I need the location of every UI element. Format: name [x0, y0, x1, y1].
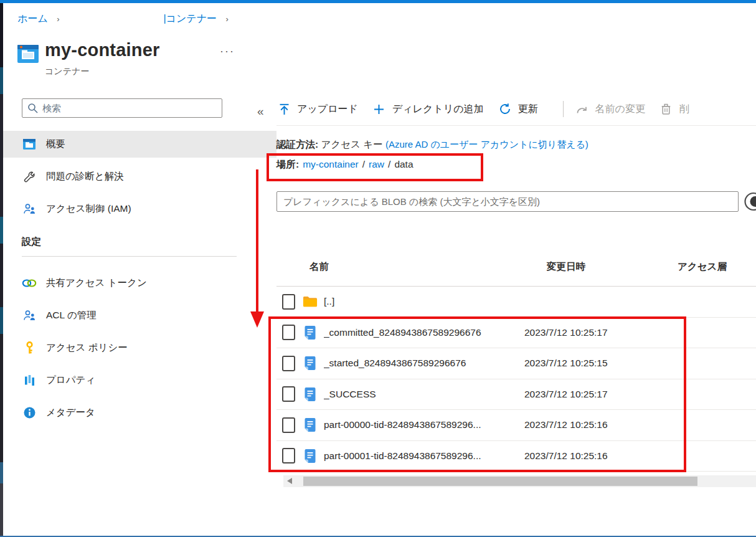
row-checkbox[interactable] [282, 356, 295, 371]
column-header-access-tier[interactable]: アクセス層 [678, 260, 752, 273]
diagnose-wrench-icon [22, 171, 37, 183]
row-checkbox[interactable] [282, 417, 295, 433]
sidebar-item[interactable]: アクセス制御 (IAM) [3, 196, 276, 222]
switch-to-azure-ad-link[interactable]: (Azure AD のユーザー アカウントに切り替える) [385, 139, 588, 150]
blob-name[interactable]: _started_8248943867589296676 [324, 358, 524, 369]
sidebar-search-input[interactable] [22, 98, 222, 118]
toolbar-button-label: 更新 [518, 103, 538, 116]
sidebar-settings-items: 共有アクセス トークンACL の管理アクセス ポリシープロパティメタデータ [3, 270, 276, 426]
sidebar-item[interactable]: プロパティ [3, 367, 276, 394]
toolbar-button-plus[interactable]: ディレクトリの追加 [372, 103, 484, 116]
sidebar-item[interactable]: 問題の診断と解決 [3, 163, 276, 190]
sidebar-item[interactable]: 概要 [3, 131, 276, 158]
sidebar-item-label: ACL の管理 [46, 309, 97, 322]
blob-name[interactable]: [..] [324, 296, 524, 307]
sidebar-main-items: 概要問題の診断と解決アクセス制御 (IAM) [3, 131, 276, 222]
blob-name[interactable]: _committed_8248943867589296676 [324, 327, 524, 338]
page-subtitle: コンテナー [45, 66, 89, 77]
blob-file-icon [303, 356, 318, 371]
horizontal-scrollbar[interactable] [283, 475, 756, 487]
row-checkbox[interactable] [282, 294, 295, 310]
toolbar-button-label: アップロード [297, 103, 358, 116]
top-accent-bar [0, 0, 756, 3]
blob-modified-date: 2023/7/12 10:25:17 [524, 327, 661, 338]
blob-table-header: 名前 変更日時 アクセス層 [276, 260, 756, 273]
overview-icon [22, 139, 37, 150]
sidebar-item-label: プロパティ [46, 374, 95, 387]
row-checkbox[interactable] [282, 448, 295, 463]
toolbar-button-upload[interactable]: アップロード [276, 103, 358, 116]
toolbar-button-refresh[interactable]: 更新 [498, 103, 538, 116]
acl-people-icon [22, 310, 37, 321]
blob-table-row[interactable]: _started_82489438675892966762023/7/12 10… [276, 348, 756, 379]
blob-name[interactable]: part-00001-tid-8248943867589296... [324, 450, 524, 462]
sidebar-item[interactable]: メタデータ [3, 399, 276, 426]
row-checkbox[interactable] [282, 386, 295, 402]
location-path-link[interactable]: my-container [303, 159, 359, 169]
blob-table-row[interactable]: part-00000-tid-8248943867589296...2023/7… [276, 410, 756, 441]
show-deleted-toggle-icon[interactable] [744, 191, 756, 212]
toolbar-button-rename[interactable]: 名前の変更 [575, 103, 645, 116]
breadcrumb-separator: › [226, 14, 229, 24]
toolbar-divider [563, 101, 564, 117]
blob-modified-date: 2023/7/12 10:25:16 [524, 419, 661, 430]
blob-modified-date: 2023/7/12 10:25:15 [524, 358, 661, 369]
access-policy-key-icon [22, 341, 37, 354]
shared-access-token-link-icon [22, 278, 37, 288]
blob-name[interactable]: part-00000-tid-8248943867589296... [324, 419, 524, 430]
sidebar-item-label: アクセス ポリシー [46, 341, 128, 354]
blob-prefix-search-input[interactable] [276, 191, 739, 212]
plus-icon [372, 104, 387, 115]
location-path-text: / [362, 159, 365, 169]
blob-table-row[interactable]: [..] [276, 287, 756, 318]
sidebar-item[interactable]: 共有アクセス トークン [3, 270, 276, 297]
row-checkbox[interactable] [282, 325, 295, 340]
blob-table-row[interactable]: _SUCCESS2023/7/12 10:25:17 [276, 379, 756, 411]
blob-toolbar: アップロードディレクトリの追加更新名前の変更削 [276, 98, 756, 120]
metadata-info-icon [22, 407, 37, 419]
sidebar-item-label: 問題の診断と解決 [46, 170, 124, 183]
blob-table-rows: [..]_committed_82489438675892966762023/7… [276, 287, 756, 472]
column-header-name[interactable]: 名前 [276, 260, 547, 273]
upload-icon [276, 103, 291, 115]
blob-table-row[interactable]: part-00001-tid-8248943867589296...2023/7… [276, 441, 756, 472]
blob-table-row[interactable]: _committed_82489438675892966762023/7/12 … [276, 318, 756, 349]
toolbar-underline [276, 125, 756, 126]
blob-file-icon [303, 325, 318, 340]
auth-method-line: 認証方法: アクセス キー (Azure AD のユーザー アカウントに切り替え… [276, 138, 588, 151]
breadcrumb-container-link[interactable]: |コンテナー [163, 13, 217, 24]
scrollbar-left-arrow-icon[interactable] [287, 478, 292, 484]
toolbar-button-delete-trash[interactable]: 削 [659, 103, 689, 116]
toolbar-button-label: 削 [679, 103, 689, 116]
blob-file-icon [303, 417, 318, 432]
column-header-modified[interactable]: 変更日時 [547, 260, 678, 273]
toolbar-button-label: 名前の変更 [595, 103, 645, 116]
collapse-sidebar-icon[interactable]: « [257, 105, 264, 118]
blob-modified-date: 2023/7/12 10:25:17 [524, 389, 661, 400]
scrollbar-thumb[interactable] [303, 477, 697, 486]
auth-method-value: アクセス キー [321, 139, 382, 150]
blob-name[interactable]: _SUCCESS [324, 389, 524, 400]
sidebar-section-settings: 設定 [22, 235, 276, 249]
access-control-people-icon [22, 203, 37, 215]
location-path-text: data [394, 159, 413, 169]
blob-file-icon [303, 449, 318, 463]
toolbar-button-label: ディレクトリの追加 [392, 103, 484, 116]
breadcrumb-separator: › [57, 14, 59, 24]
sidebar-item-label: 概要 [46, 138, 65, 151]
properties-icon [22, 374, 37, 386]
azure-portal-container-page: ホーム › |コンテナー › my-container ··· コンテナー « … [0, 0, 756, 537]
sidebar-item[interactable]: ACL の管理 [3, 302, 276, 329]
blob-modified-date: 2023/7/12 10:25:16 [524, 450, 661, 462]
sidebar-item-label: 共有アクセス トークン [46, 277, 147, 290]
location-path-link[interactable]: raw [369, 159, 384, 169]
sidebar: « 概要問題の診断と解決アクセス制御 (IAM) 設定 共有アクセス トークンA… [3, 93, 276, 432]
container-icon [17, 45, 39, 65]
auth-method-label: 認証方法: [276, 139, 318, 150]
refresh-icon [498, 103, 513, 115]
more-menu-button[interactable]: ··· [220, 45, 235, 58]
sidebar-item[interactable]: アクセス ポリシー [3, 335, 276, 361]
breadcrumb-home-link[interactable]: ホーム [17, 13, 48, 24]
page-title: my-container [45, 40, 160, 60]
location-path-text: / [388, 159, 390, 169]
